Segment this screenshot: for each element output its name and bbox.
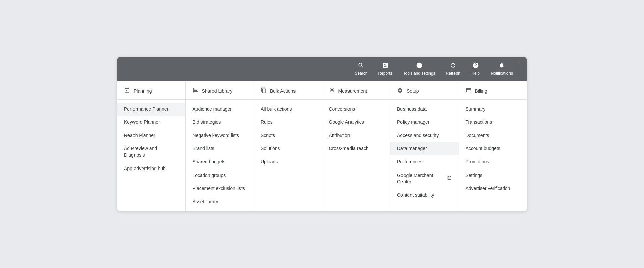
search-nav-item[interactable]: Search	[349, 57, 373, 81]
planning-header-label: Planning	[133, 88, 152, 94]
refresh-icon	[450, 62, 457, 70]
bulk-actions-header: Bulk Actions	[254, 81, 322, 100]
preferences-item[interactable]: Preferences	[390, 155, 459, 169]
planning-header: Planning	[117, 81, 185, 100]
app-advertising-item[interactable]: App advertising hub	[117, 162, 185, 176]
refresh-nav-item[interactable]: Refresh	[441, 57, 466, 81]
all-bulk-actions-item[interactable]: All bulk actions	[254, 103, 322, 116]
placement-exclusion-lists-item[interactable]: Placement exclusion lists	[186, 182, 254, 195]
tools-nav-label: Tools and settings	[403, 71, 435, 76]
shared-library-items: Audience manager Bid strategies Negative…	[186, 100, 254, 211]
main-container: Search Reports	[117, 57, 527, 211]
content-suitability-item[interactable]: Content suitability	[390, 189, 459, 202]
documents-item[interactable]: Documents	[459, 129, 527, 142]
planning-column: Planning Performance Planner Keyword Pla…	[117, 81, 186, 211]
tools-nav-item[interactable]: Tools and settings	[398, 57, 441, 81]
reports-nav-label: Reports	[378, 71, 392, 76]
account-budgets-item[interactable]: Account budgets	[459, 142, 527, 155]
negative-keyword-lists-item[interactable]: Negative keyword lists	[186, 129, 254, 142]
notifications-nav-item[interactable]: Notifications	[486, 57, 518, 81]
measurement-icon	[329, 87, 335, 95]
billing-header-label: Billing	[475, 88, 487, 94]
brand-lists-item[interactable]: Brand lists	[186, 142, 254, 155]
summary-item[interactable]: Summary	[459, 103, 527, 116]
conversions-item[interactable]: Conversions	[322, 103, 390, 116]
keyword-planner-item[interactable]: Keyword Planner	[117, 116, 185, 129]
nav-items-group: Search Reports	[349, 57, 521, 81]
uploads-item[interactable]: Uploads	[254, 155, 322, 169]
nav-divider	[520, 62, 520, 76]
shared-budgets-item[interactable]: Shared budgets	[186, 155, 254, 169]
measurement-header: Measurement	[322, 81, 390, 100]
external-link-icon	[447, 176, 452, 182]
data-manager-item[interactable]: Data manager	[390, 142, 459, 155]
setup-header: Setup	[390, 81, 459, 100]
planning-icon	[124, 87, 130, 95]
reports-nav-item[interactable]: Reports	[373, 57, 398, 81]
tools-icon	[416, 62, 423, 70]
location-groups-item[interactable]: Location groups	[186, 169, 254, 182]
bulk-actions-items: All bulk actions Rules Scripts Solutions…	[254, 100, 322, 172]
access-security-item[interactable]: Access and security	[390, 129, 459, 142]
bulk-actions-icon	[261, 87, 267, 95]
billing-items: Summary Transactions Documents Account b…	[459, 100, 527, 198]
billing-column: Billing Summary Transactions Documents A…	[459, 81, 527, 211]
search-nav-label: Search	[355, 71, 367, 76]
business-data-item[interactable]: Business data	[390, 103, 459, 116]
scripts-item[interactable]: Scripts	[254, 129, 322, 142]
help-nav-item[interactable]: Help	[466, 57, 486, 81]
asset-library-item[interactable]: Asset library	[186, 195, 254, 209]
google-merchant-center-item[interactable]: Google Merchant Center	[390, 169, 459, 189]
reach-planner-item[interactable]: Reach Planner	[117, 129, 185, 142]
shared-library-icon	[193, 87, 199, 95]
billing-header: Billing	[459, 81, 527, 100]
google-analytics-item[interactable]: Google Analytics	[322, 116, 390, 129]
notifications-icon	[498, 62, 505, 70]
planning-items: Performance Planner Keyword Planner Reac…	[117, 100, 185, 178]
setup-column: Setup Business data Policy manager Acces…	[390, 81, 459, 211]
shared-library-header: Shared Library	[186, 81, 254, 100]
transactions-item[interactable]: Transactions	[459, 116, 527, 129]
solutions-item[interactable]: Solutions	[254, 142, 322, 155]
bulk-actions-column: Bulk Actions All bulk actions Rules Scri…	[254, 81, 322, 211]
setup-icon	[397, 87, 403, 95]
notifications-nav-label: Notifications	[491, 71, 513, 76]
refresh-nav-label: Refresh	[446, 71, 460, 76]
policy-manager-item[interactable]: Policy manager	[390, 116, 459, 129]
setup-header-label: Setup	[407, 88, 419, 94]
performance-planner-item[interactable]: Performance Planner	[117, 103, 185, 116]
measurement-items: Conversions Google Analytics Attribution…	[322, 100, 390, 158]
rules-item[interactable]: Rules	[254, 116, 322, 129]
billing-settings-item[interactable]: Settings	[459, 169, 527, 182]
billing-icon	[466, 87, 472, 95]
help-icon	[472, 62, 479, 70]
shared-library-column: Shared Library Audience manager Bid stra…	[186, 81, 254, 211]
help-nav-label: Help	[471, 71, 480, 76]
audience-manager-item[interactable]: Audience manager	[186, 103, 254, 116]
measurement-header-label: Measurement	[338, 88, 367, 94]
attribution-item[interactable]: Attribution	[322, 129, 390, 142]
search-icon	[358, 62, 364, 70]
menu-panel: Planning Performance Planner Keyword Pla…	[117, 81, 527, 211]
measurement-column: Measurement Conversions Google Analytics…	[322, 81, 391, 211]
shared-library-header-label: Shared Library	[202, 88, 233, 94]
setup-items: Business data Policy manager Access and …	[390, 100, 459, 205]
bulk-actions-header-label: Bulk Actions	[270, 88, 296, 94]
bid-strategies-item[interactable]: Bid strategies	[186, 116, 254, 129]
promotions-item[interactable]: Promotions	[459, 155, 527, 169]
advertiser-verification-item[interactable]: Advertiser verification	[459, 182, 527, 195]
cross-media-reach-item[interactable]: Cross-media reach	[322, 142, 390, 155]
ad-preview-item[interactable]: Ad Preview and Diagnosis	[117, 142, 185, 162]
top-navigation: Search Reports	[117, 57, 527, 81]
reports-icon	[382, 62, 389, 70]
